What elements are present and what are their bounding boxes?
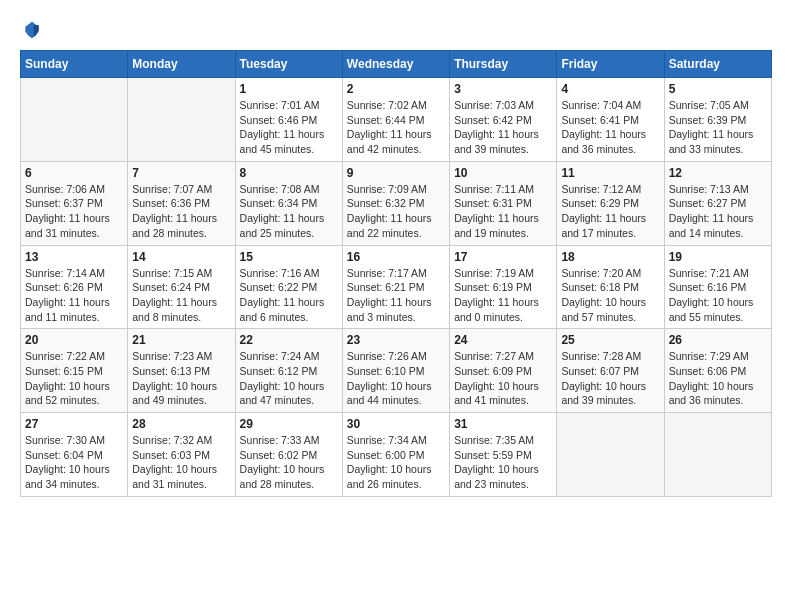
calendar-day-cell: 4Sunrise: 7:04 AMSunset: 6:41 PMDaylight… bbox=[557, 78, 664, 162]
calendar-day-cell: 22Sunrise: 7:24 AMSunset: 6:12 PMDayligh… bbox=[235, 329, 342, 413]
calendar-week-row: 13Sunrise: 7:14 AMSunset: 6:26 PMDayligh… bbox=[21, 245, 772, 329]
day-number: 13 bbox=[25, 250, 123, 264]
logo-icon bbox=[22, 20, 42, 40]
day-info: Sunrise: 7:33 AMSunset: 6:02 PMDaylight:… bbox=[240, 433, 338, 492]
calendar-day-cell: 19Sunrise: 7:21 AMSunset: 6:16 PMDayligh… bbox=[664, 245, 771, 329]
day-number: 8 bbox=[240, 166, 338, 180]
day-number: 29 bbox=[240, 417, 338, 431]
calendar-day-header: Sunday bbox=[21, 51, 128, 78]
calendar-day-header: Friday bbox=[557, 51, 664, 78]
day-info: Sunrise: 7:26 AMSunset: 6:10 PMDaylight:… bbox=[347, 349, 445, 408]
calendar-day-cell: 5Sunrise: 7:05 AMSunset: 6:39 PMDaylight… bbox=[664, 78, 771, 162]
calendar-day-cell: 26Sunrise: 7:29 AMSunset: 6:06 PMDayligh… bbox=[664, 329, 771, 413]
calendar-day-cell: 1Sunrise: 7:01 AMSunset: 6:46 PMDaylight… bbox=[235, 78, 342, 162]
day-info: Sunrise: 7:01 AMSunset: 6:46 PMDaylight:… bbox=[240, 98, 338, 157]
calendar-day-cell: 13Sunrise: 7:14 AMSunset: 6:26 PMDayligh… bbox=[21, 245, 128, 329]
day-info: Sunrise: 7:09 AMSunset: 6:32 PMDaylight:… bbox=[347, 182, 445, 241]
day-number: 19 bbox=[669, 250, 767, 264]
calendar-header-row: SundayMondayTuesdayWednesdayThursdayFrid… bbox=[21, 51, 772, 78]
day-info: Sunrise: 7:08 AMSunset: 6:34 PMDaylight:… bbox=[240, 182, 338, 241]
day-number: 11 bbox=[561, 166, 659, 180]
day-info: Sunrise: 7:07 AMSunset: 6:36 PMDaylight:… bbox=[132, 182, 230, 241]
calendar-week-row: 1Sunrise: 7:01 AMSunset: 6:46 PMDaylight… bbox=[21, 78, 772, 162]
day-info: Sunrise: 7:11 AMSunset: 6:31 PMDaylight:… bbox=[454, 182, 552, 241]
calendar-week-row: 6Sunrise: 7:06 AMSunset: 6:37 PMDaylight… bbox=[21, 161, 772, 245]
day-number: 30 bbox=[347, 417, 445, 431]
calendar-day-cell bbox=[128, 78, 235, 162]
day-info: Sunrise: 7:13 AMSunset: 6:27 PMDaylight:… bbox=[669, 182, 767, 241]
calendar-day-header: Wednesday bbox=[342, 51, 449, 78]
day-info: Sunrise: 7:28 AMSunset: 6:07 PMDaylight:… bbox=[561, 349, 659, 408]
day-info: Sunrise: 7:15 AMSunset: 6:24 PMDaylight:… bbox=[132, 266, 230, 325]
calendar-day-cell bbox=[664, 413, 771, 497]
calendar-day-cell: 28Sunrise: 7:32 AMSunset: 6:03 PMDayligh… bbox=[128, 413, 235, 497]
calendar-day-cell: 2Sunrise: 7:02 AMSunset: 6:44 PMDaylight… bbox=[342, 78, 449, 162]
day-number: 4 bbox=[561, 82, 659, 96]
day-number: 7 bbox=[132, 166, 230, 180]
day-info: Sunrise: 7:02 AMSunset: 6:44 PMDaylight:… bbox=[347, 98, 445, 157]
calendar-day-header: Tuesday bbox=[235, 51, 342, 78]
calendar-table: SundayMondayTuesdayWednesdayThursdayFrid… bbox=[20, 50, 772, 497]
day-info: Sunrise: 7:04 AMSunset: 6:41 PMDaylight:… bbox=[561, 98, 659, 157]
day-number: 25 bbox=[561, 333, 659, 347]
day-number: 16 bbox=[347, 250, 445, 264]
calendar-day-cell: 31Sunrise: 7:35 AMSunset: 5:59 PMDayligh… bbox=[450, 413, 557, 497]
logo bbox=[20, 20, 44, 40]
calendar-day-cell: 23Sunrise: 7:26 AMSunset: 6:10 PMDayligh… bbox=[342, 329, 449, 413]
calendar-day-cell: 30Sunrise: 7:34 AMSunset: 6:00 PMDayligh… bbox=[342, 413, 449, 497]
day-info: Sunrise: 7:20 AMSunset: 6:18 PMDaylight:… bbox=[561, 266, 659, 325]
day-number: 28 bbox=[132, 417, 230, 431]
day-info: Sunrise: 7:03 AMSunset: 6:42 PMDaylight:… bbox=[454, 98, 552, 157]
day-number: 31 bbox=[454, 417, 552, 431]
day-info: Sunrise: 7:22 AMSunset: 6:15 PMDaylight:… bbox=[25, 349, 123, 408]
calendar-day-cell: 17Sunrise: 7:19 AMSunset: 6:19 PMDayligh… bbox=[450, 245, 557, 329]
day-info: Sunrise: 7:34 AMSunset: 6:00 PMDaylight:… bbox=[347, 433, 445, 492]
day-number: 2 bbox=[347, 82, 445, 96]
calendar-day-cell: 7Sunrise: 7:07 AMSunset: 6:36 PMDaylight… bbox=[128, 161, 235, 245]
calendar-body: 1Sunrise: 7:01 AMSunset: 6:46 PMDaylight… bbox=[21, 78, 772, 497]
day-info: Sunrise: 7:24 AMSunset: 6:12 PMDaylight:… bbox=[240, 349, 338, 408]
day-number: 12 bbox=[669, 166, 767, 180]
calendar-day-cell: 16Sunrise: 7:17 AMSunset: 6:21 PMDayligh… bbox=[342, 245, 449, 329]
day-number: 14 bbox=[132, 250, 230, 264]
calendar-day-cell: 6Sunrise: 7:06 AMSunset: 6:37 PMDaylight… bbox=[21, 161, 128, 245]
calendar-day-cell: 3Sunrise: 7:03 AMSunset: 6:42 PMDaylight… bbox=[450, 78, 557, 162]
day-number: 15 bbox=[240, 250, 338, 264]
calendar-day-cell: 25Sunrise: 7:28 AMSunset: 6:07 PMDayligh… bbox=[557, 329, 664, 413]
calendar-day-cell: 18Sunrise: 7:20 AMSunset: 6:18 PMDayligh… bbox=[557, 245, 664, 329]
page-header bbox=[20, 20, 772, 40]
day-info: Sunrise: 7:14 AMSunset: 6:26 PMDaylight:… bbox=[25, 266, 123, 325]
day-info: Sunrise: 7:06 AMSunset: 6:37 PMDaylight:… bbox=[25, 182, 123, 241]
calendar-day-cell: 21Sunrise: 7:23 AMSunset: 6:13 PMDayligh… bbox=[128, 329, 235, 413]
day-info: Sunrise: 7:16 AMSunset: 6:22 PMDaylight:… bbox=[240, 266, 338, 325]
day-number: 26 bbox=[669, 333, 767, 347]
day-number: 27 bbox=[25, 417, 123, 431]
day-number: 17 bbox=[454, 250, 552, 264]
day-info: Sunrise: 7:32 AMSunset: 6:03 PMDaylight:… bbox=[132, 433, 230, 492]
day-info: Sunrise: 7:35 AMSunset: 5:59 PMDaylight:… bbox=[454, 433, 552, 492]
day-number: 3 bbox=[454, 82, 552, 96]
calendar-day-cell: 11Sunrise: 7:12 AMSunset: 6:29 PMDayligh… bbox=[557, 161, 664, 245]
day-number: 23 bbox=[347, 333, 445, 347]
calendar-day-header: Thursday bbox=[450, 51, 557, 78]
calendar-day-cell bbox=[557, 413, 664, 497]
calendar-day-cell: 8Sunrise: 7:08 AMSunset: 6:34 PMDaylight… bbox=[235, 161, 342, 245]
calendar-week-row: 20Sunrise: 7:22 AMSunset: 6:15 PMDayligh… bbox=[21, 329, 772, 413]
day-info: Sunrise: 7:12 AMSunset: 6:29 PMDaylight:… bbox=[561, 182, 659, 241]
calendar-day-cell: 15Sunrise: 7:16 AMSunset: 6:22 PMDayligh… bbox=[235, 245, 342, 329]
calendar-day-header: Monday bbox=[128, 51, 235, 78]
day-number: 1 bbox=[240, 82, 338, 96]
day-info: Sunrise: 7:21 AMSunset: 6:16 PMDaylight:… bbox=[669, 266, 767, 325]
calendar-day-cell: 12Sunrise: 7:13 AMSunset: 6:27 PMDayligh… bbox=[664, 161, 771, 245]
day-info: Sunrise: 7:19 AMSunset: 6:19 PMDaylight:… bbox=[454, 266, 552, 325]
day-number: 6 bbox=[25, 166, 123, 180]
calendar-day-cell bbox=[21, 78, 128, 162]
day-info: Sunrise: 7:23 AMSunset: 6:13 PMDaylight:… bbox=[132, 349, 230, 408]
day-number: 21 bbox=[132, 333, 230, 347]
day-info: Sunrise: 7:30 AMSunset: 6:04 PMDaylight:… bbox=[25, 433, 123, 492]
calendar-day-cell: 9Sunrise: 7:09 AMSunset: 6:32 PMDaylight… bbox=[342, 161, 449, 245]
day-info: Sunrise: 7:29 AMSunset: 6:06 PMDaylight:… bbox=[669, 349, 767, 408]
day-number: 18 bbox=[561, 250, 659, 264]
day-number: 22 bbox=[240, 333, 338, 347]
day-info: Sunrise: 7:17 AMSunset: 6:21 PMDaylight:… bbox=[347, 266, 445, 325]
